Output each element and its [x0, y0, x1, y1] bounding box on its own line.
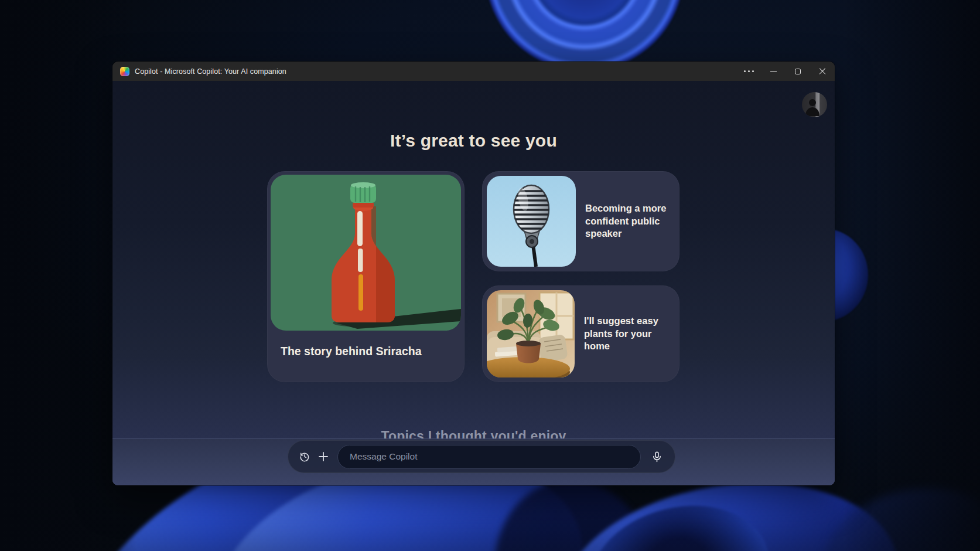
microphone-icon: [651, 451, 663, 463]
card-label: I'll suggest easy plants for your home: [584, 315, 675, 353]
window-title: Copilot - Microsoft Copilot: Your AI com…: [135, 67, 286, 76]
suggestion-cards: The story behind Sriracha: [267, 171, 679, 382]
minimize-icon: [770, 71, 777, 72]
person-silhouette-icon: [804, 96, 825, 117]
topics-section: Topics I thought you'd enjoy: [112, 428, 835, 438]
history-button[interactable]: [295, 447, 314, 466]
titlebar: Copilot - Microsoft Copilot: Your AI com…: [112, 62, 835, 81]
more-options-button[interactable]: [736, 62, 761, 81]
plus-icon: [317, 451, 329, 462]
greeting-heading: It’s great to see you: [112, 131, 835, 151]
suggestion-card-public-speaking[interactable]: Becoming a more confident public speaker: [482, 171, 679, 271]
chat-home-view: It’s great to see you: [112, 81, 835, 485]
desktop-wallpaper: Copilot - Microsoft Copilot: Your AI com…: [0, 0, 980, 551]
new-chat-button[interactable]: [314, 447, 333, 466]
close-icon: [819, 68, 826, 75]
ellipsis-icon: [744, 70, 754, 72]
history-icon: [299, 451, 310, 462]
account-avatar[interactable]: [802, 92, 827, 117]
maximize-icon: [795, 69, 801, 74]
message-input[interactable]: [337, 445, 641, 469]
copilot-window: Copilot - Microsoft Copilot: Your AI com…: [112, 62, 835, 485]
suggestion-card-sriracha[interactable]: The story behind Sriracha: [267, 171, 465, 382]
card-label: Becoming a more confident public speaker: [585, 202, 675, 240]
houseplant-photo: [487, 290, 575, 377]
suggestion-cards-column: Becoming a more confident public speaker: [482, 171, 679, 382]
minimize-button[interactable]: [761, 62, 786, 81]
topics-heading: Topics I thought you'd enjoy: [112, 428, 835, 438]
microphone-photo: [487, 176, 576, 267]
maximize-button[interactable]: [786, 62, 810, 81]
copilot-logo-icon: [120, 67, 129, 76]
voice-input-button[interactable]: [647, 447, 667, 467]
close-button[interactable]: [810, 62, 835, 81]
composer: [288, 440, 675, 473]
suggestion-card-plants[interactable]: I'll suggest easy plants for your home: [482, 285, 679, 382]
card-label: The story behind Sriracha: [281, 345, 461, 358]
sriracha-illustration: [271, 175, 461, 331]
composer-dock: [112, 438, 835, 485]
window-controls: [736, 62, 835, 81]
